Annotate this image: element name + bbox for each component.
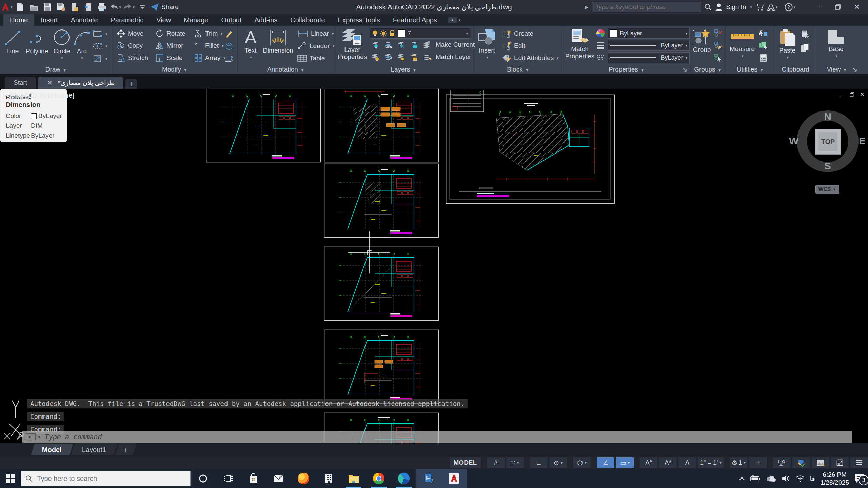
group-button[interactable]: Group xyxy=(691,28,712,53)
arc-button[interactable]: Arc ▾ xyxy=(73,28,90,62)
clock[interactable]: 6:26 PM 1/28/2025 xyxy=(820,471,849,486)
qat-customize-button[interactable] xyxy=(137,2,148,12)
object-snap-toggle[interactable]: ∠ xyxy=(597,457,614,468)
status-bar-menu-button[interactable] xyxy=(850,457,868,468)
fillet-button[interactable]: Fillet▾ xyxy=(194,41,224,50)
search-expand-arrow-icon[interactable]: ▶ xyxy=(585,4,588,10)
mirror-button[interactable]: Mirror xyxy=(155,41,183,50)
battery-icon[interactable] xyxy=(750,475,761,482)
floor-plan-viewport-5[interactable] xyxy=(324,246,439,321)
restore-button[interactable] xyxy=(830,0,846,14)
snap-mode-toggle[interactable]: ∷▾ xyxy=(506,457,524,468)
microsoft-store-icon[interactable] xyxy=(241,469,266,488)
help-button[interactable]: ? ▾ xyxy=(785,3,795,11)
volume-icon[interactable] xyxy=(782,475,790,482)
action-center-button[interactable]: 3 xyxy=(854,474,865,483)
chevron-down-icon[interactable]: ▾ xyxy=(133,5,135,9)
floor-plan-viewport-2[interactable] xyxy=(324,89,439,163)
layer-unlock-all-button[interactable] xyxy=(410,53,419,61)
edit-attributes-button[interactable]: Edit Attributes▾ xyxy=(501,54,559,62)
panel-label-properties[interactable]: Properties ▼ ↘ xyxy=(563,66,690,73)
panel-label-utilities[interactable]: Utilities ▼ xyxy=(726,66,775,73)
grid-display-toggle[interactable]: # xyxy=(487,457,505,468)
new-file-button[interactable] xyxy=(15,2,26,12)
annotation-scale-icon[interactable]: Λ xyxy=(678,457,696,468)
tab-output[interactable]: Output xyxy=(215,14,248,26)
match-properties-button[interactable]: Match Properties xyxy=(565,28,595,60)
erase-button[interactable] xyxy=(224,30,233,38)
open-file-button[interactable] xyxy=(28,2,40,12)
search-icon[interactable] xyxy=(704,3,712,11)
floor-plan-viewport-6[interactable] xyxy=(324,329,439,404)
share-button[interactable]: Share xyxy=(150,2,179,12)
tab-home[interactable]: Home xyxy=(3,14,34,26)
autodesk-apps-button[interactable]: ▾ xyxy=(767,3,778,11)
floor-plan-viewport-3[interactable] xyxy=(446,94,615,204)
match-layer-button[interactable]: Match Layer xyxy=(436,53,471,61)
file-tab-drawing[interactable]: ✕ *طراحی پلان معماری xyxy=(38,77,123,89)
file-explorer-icon[interactable] xyxy=(341,469,366,488)
panel-label-layers[interactable]: Layers ▼ xyxy=(334,66,473,73)
view-cube[interactable]: TOP N S W E xyxy=(796,110,859,172)
layout1-tab[interactable]: Layout1 xyxy=(71,444,117,455)
panel-label-view[interactable]: View ▼ ↘ xyxy=(816,65,868,73)
leader-button[interactable]: Leader▾ xyxy=(297,42,335,50)
lineweight-display-toggle[interactable]: ▭▾ xyxy=(616,457,634,468)
start-button[interactable] xyxy=(0,469,21,488)
cortana-button[interactable] xyxy=(191,469,216,488)
close-button[interactable]: ✕ xyxy=(849,0,865,14)
panel-label-draw[interactable]: Draw ▼ xyxy=(0,66,112,73)
rotate-button[interactable]: Rotate xyxy=(155,29,185,38)
stretch-button[interactable]: Stretch xyxy=(117,54,148,62)
tab-parametric[interactable]: Parametric xyxy=(104,14,150,26)
compass-north[interactable]: N xyxy=(796,111,859,122)
copy-clip-button[interactable] xyxy=(801,44,809,52)
annotation-autoscale-toggle[interactable]: Λ* xyxy=(659,457,677,468)
panel-launcher-icon[interactable]: ↘ xyxy=(852,66,857,73)
viewport-minimize-icon[interactable] xyxy=(840,91,844,98)
annotation-visibility-toggle[interactable]: Λ° xyxy=(640,457,657,468)
layer-lock-button[interactable] xyxy=(410,41,419,49)
new-drawing-tab-button[interactable]: ＋ xyxy=(125,79,137,89)
view-cube-top-face[interactable]: TOP xyxy=(815,129,841,155)
text-button[interactable]: A Text ▾ xyxy=(241,28,260,61)
linear-dimension-button[interactable]: Linear▾ xyxy=(297,30,334,37)
make-current-button[interactable]: Make Current xyxy=(436,41,475,48)
move-button[interactable]: Move xyxy=(117,29,143,38)
ribbon-collapse-button[interactable]: ▲ ▾ xyxy=(448,14,460,26)
chrome-icon[interactable] xyxy=(366,469,391,488)
layer-isolate-button[interactable] xyxy=(371,41,380,49)
new-layout-button[interactable]: ＋ xyxy=(115,444,136,455)
app-store-cart-icon[interactable] xyxy=(755,3,764,11)
array-button[interactable]: Array▾ xyxy=(194,54,225,62)
tab-manage[interactable]: Manage xyxy=(177,14,215,26)
floor-plan-viewport-4[interactable] xyxy=(324,163,439,238)
panel-launcher-icon[interactable]: ↘ xyxy=(682,65,687,73)
keyword-search-input[interactable] xyxy=(592,2,701,12)
scale-button[interactable]: Scale xyxy=(155,54,183,62)
linetype-combo[interactable]: ByLayer ▾ xyxy=(608,52,690,63)
copy-button[interactable]: Copy xyxy=(117,41,143,50)
save-to-mobile-button[interactable] xyxy=(69,2,80,12)
insert-block-button[interactable]: Insert ▾ xyxy=(476,28,498,61)
recent-commands-button[interactable]: >_ ▼ xyxy=(26,433,41,440)
hatch-button[interactable]: ▾ xyxy=(92,54,107,63)
isolate-objects-button[interactable] xyxy=(773,457,791,468)
office-building-icon[interactable] xyxy=(316,469,341,488)
panel-label-modify[interactable]: Modify ▼ xyxy=(112,66,237,73)
layer-unisolate-button[interactable] xyxy=(384,41,393,49)
annotation-scale-value[interactable]: 1" = 1'▾ xyxy=(698,457,724,468)
mail-icon[interactable] xyxy=(266,469,291,488)
create-block-button[interactable]: Create xyxy=(501,29,533,38)
onedrive-icon[interactable] xyxy=(766,475,776,482)
tab-add-ins[interactable]: Add-ins xyxy=(248,14,284,26)
group-selection-toggle[interactable] xyxy=(714,54,723,62)
trim-button[interactable]: Trim▾ xyxy=(194,29,223,38)
layer-freeze-button[interactable] xyxy=(397,41,406,49)
sign-in-label[interactable]: Sign In xyxy=(726,3,746,11)
table-button[interactable]: Table xyxy=(297,54,325,62)
redo-button[interactable]: ▾ xyxy=(123,2,135,12)
workspace-switching-button[interactable]: ⚙1▾ xyxy=(730,457,748,468)
language-indicator[interactable]: فا xyxy=(810,475,815,483)
autocad-logo-icon[interactable]: ▾ xyxy=(1,2,13,12)
